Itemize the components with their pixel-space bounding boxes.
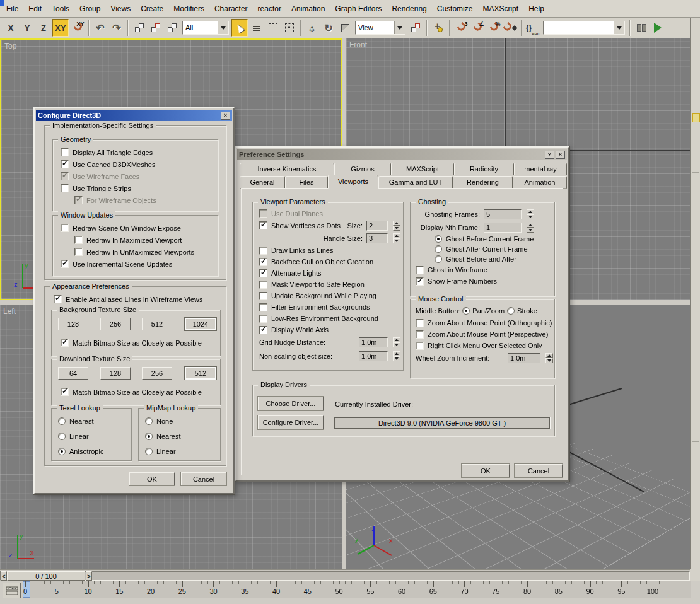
tab-general[interactable]: General: [240, 176, 285, 189]
checkbox-show-vertices-as-dots[interactable]: Show Vertices as Dots Size: 2: [259, 219, 400, 231]
vertex-size-spinner[interactable]: [393, 221, 400, 231]
checkbox-box[interactable]: [54, 295, 62, 303]
checkbox-use-triangle-strips[interactable]: Use Triangle Strips: [61, 182, 215, 194]
checkbox-use-wireframe-faces[interactable]: Use Wireframe Faces: [61, 170, 215, 182]
configure-direct3d-titlebar[interactable]: Configure Direct3D ×: [36, 110, 232, 121]
checkbox-box[interactable]: [61, 172, 69, 180]
bg-texture-1024-button[interactable]: 1024: [185, 318, 216, 330]
radio-ghost-before-and-after[interactable]: Ghost Before and After: [416, 254, 552, 264]
display-nth-frame-field[interactable]: 1: [484, 223, 522, 233]
checkbox-right-click-menu-selected-only[interactable]: Right Click Menu Over Selected Only: [416, 340, 553, 351]
checkbox-use-cached-d3dxmeshes[interactable]: Use Cached D3DXMeshes: [61, 158, 215, 170]
preference-settings-titlebar[interactable]: Preference Settings ? ×: [237, 149, 567, 160]
checkbox-attenuate-lights[interactable]: Attenuate Lights: [259, 267, 400, 279]
radio-circle[interactable]: [145, 448, 153, 455]
radio-mipmap-linear[interactable]: Linear: [145, 444, 218, 459]
ghosting-frames-spinner[interactable]: [527, 209, 534, 219]
track-bar-ruler[interactable]: 0510152025303540455055606570758085909510…: [23, 581, 691, 598]
mini-curve-editor-button[interactable]: [3, 583, 21, 598]
time-slider-button[interactable]: 0 / 100: [7, 571, 85, 581]
close-icon[interactable]: ×: [556, 151, 565, 159]
menu-group[interactable]: Group: [74, 2, 105, 16]
time-slider-track[interactable]: [0, 571, 690, 581]
snap-toggle-3d-button[interactable]: 3: [453, 20, 469, 36]
checkbox-box[interactable]: [74, 248, 83, 256]
menu-character[interactable]: Character: [209, 2, 253, 16]
snap-use-axis-constraints-icon[interactable]: XY: [70, 20, 85, 36]
checkbox-box[interactable]: [61, 184, 69, 192]
tab-viewports[interactable]: Viewports: [328, 175, 378, 189]
prefs-ok-button[interactable]: OK: [462, 464, 510, 477]
menu-rendering[interactable]: Rendering: [387, 2, 431, 16]
bg-texture-128-button[interactable]: 128: [58, 318, 88, 330]
tab-animation[interactable]: Animation: [513, 176, 567, 189]
checkbox-redraw-scene-on-window-expose[interactable]: Redraw Scene On Window Expose: [61, 222, 215, 234]
dl-texture-256-button[interactable]: 256: [142, 367, 172, 380]
tab-mental-ray[interactable]: mental ray: [514, 163, 567, 175]
checkbox-box[interactable]: [416, 277, 424, 286]
checkbox-draw-links-as-lines[interactable]: Draw Links as Lines: [259, 245, 400, 256]
menu-customize[interactable]: Customize: [432, 2, 478, 16]
radio-ghost-after-current-frame[interactable]: Ghost After Current Frame: [416, 244, 552, 254]
wheel-zoom-spinner[interactable]: [545, 353, 553, 363]
checkbox-lowres-environment-background[interactable]: Low-Res Environment Background: [259, 313, 400, 324]
radio-pan-zoom[interactable]: [462, 307, 470, 315]
render-flag-icon[interactable]: [650, 20, 665, 36]
menu-maxscript[interactable]: MAXScript: [477, 2, 523, 16]
radio-ghost-before-current-frame[interactable]: Ghost Before Current Frame: [416, 234, 552, 244]
selection-filter-dropdown[interactable]: All: [182, 21, 229, 35]
checkbox-box[interactable]: [259, 209, 267, 218]
menu-create[interactable]: Create: [136, 2, 168, 16]
checkbox-box[interactable]: [61, 224, 69, 232]
choose-driver-button[interactable]: Choose Driver...: [258, 397, 324, 410]
checkbox-box[interactable]: [61, 160, 69, 168]
checkbox-update-background-while-playing[interactable]: Update Background While Playing: [259, 290, 400, 301]
radio-circle[interactable]: [58, 417, 66, 425]
dl-texture-128-button[interactable]: 128: [100, 367, 131, 380]
reference-coordinate-dropdown[interactable]: View: [355, 21, 405, 35]
vertex-size-field[interactable]: 2: [366, 221, 388, 231]
bg-texture-512-button[interactable]: 512: [142, 318, 172, 330]
checkbox-box[interactable]: [259, 258, 267, 266]
grid-nudge-spinner[interactable]: [393, 337, 400, 347]
radio-circle[interactable]: [58, 448, 66, 455]
checkbox-box[interactable]: [259, 315, 267, 323]
angle-snap-toggle-button[interactable]: ∠: [470, 20, 485, 36]
handle-size-spinner[interactable]: [393, 233, 400, 243]
undo-button[interactable]: ↶: [93, 20, 108, 36]
radio-circle[interactable]: [58, 433, 66, 440]
select-object-button[interactable]: [231, 19, 248, 37]
checkbox-bg-match-bitmap-size[interactable]: Match Bitmap Size as Closely as Possible: [61, 337, 202, 349]
named-selection-dropdown[interactable]: [543, 21, 625, 35]
checkbox-box[interactable]: [61, 148, 69, 156]
checkbox-for-wireframe-objects[interactable]: For Wireframe Objects: [61, 194, 215, 206]
select-and-manipulate-button[interactable]: [431, 20, 446, 36]
next-frame-button[interactable]: >: [86, 571, 92, 581]
percent-snap-toggle-button[interactable]: %: [486, 20, 501, 36]
radio-stroke[interactable]: [507, 307, 515, 315]
radio-circle[interactable]: [145, 417, 153, 425]
checkbox-display-world-axis[interactable]: Display World Axis: [259, 324, 400, 335]
radio-mipmap-nearest[interactable]: Nearest: [145, 429, 218, 444]
menu-reactor[interactable]: reactor: [253, 2, 286, 16]
tab-radiosity[interactable]: Radiosity: [454, 163, 514, 175]
radio-circle[interactable]: [435, 245, 442, 253]
checkbox-box[interactable]: [259, 326, 267, 334]
checkbox-box[interactable]: [259, 269, 267, 277]
checkbox-box[interactable]: [61, 388, 69, 396]
checkbox-box[interactable]: [416, 342, 424, 350]
checkbox-enable-antialiased-lines[interactable]: Enable Antialiased Lines in Wireframe Vi…: [54, 293, 202, 305]
tab-gizmos[interactable]: Gizmos: [334, 163, 391, 175]
radio-texel-anisotropic[interactable]: Anisotropic: [58, 444, 129, 459]
radio-mipmap-none[interactable]: None: [145, 414, 218, 429]
checkbox-box[interactable]: [416, 319, 424, 327]
handle-size-field[interactable]: 3: [366, 233, 388, 243]
unlink-selection-icon[interactable]: [148, 20, 163, 36]
display-nth-frame-spinner[interactable]: [527, 223, 534, 233]
window-crossing-toggle-button[interactable]: [282, 20, 297, 36]
checkbox-box[interactable]: [259, 292, 267, 300]
close-icon[interactable]: ×: [221, 112, 230, 120]
checkbox-use-incremental-scene-updates[interactable]: Use Incremental Scene Updates: [61, 258, 215, 270]
ghosting-frames-field[interactable]: 5: [484, 209, 522, 219]
checkbox-ghost-in-wireframe[interactable]: Ghost in Wireframe: [416, 264, 552, 276]
